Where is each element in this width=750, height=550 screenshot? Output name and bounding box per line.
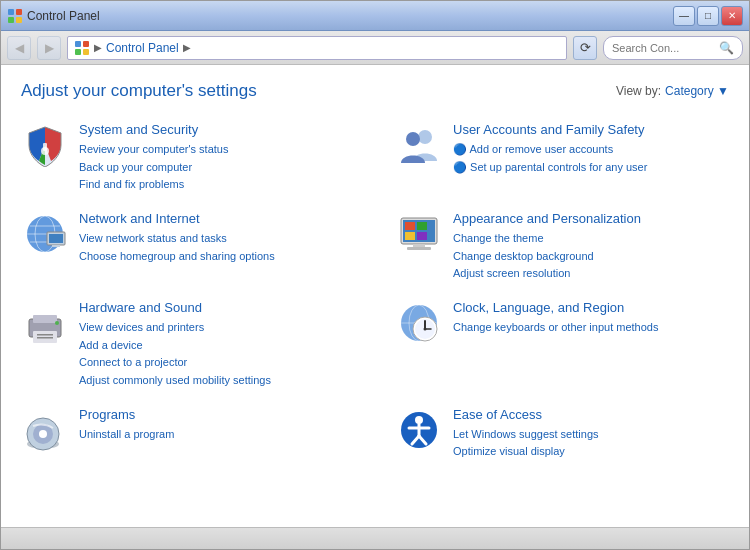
category-network: Network and Internet View network status…: [21, 210, 355, 283]
svg-rect-26: [413, 244, 425, 247]
search-box: 🔍: [603, 36, 743, 60]
system-security-title[interactable]: System and Security: [79, 121, 355, 139]
programs-content: Programs Uninstall a program: [79, 406, 355, 444]
category-programs: Programs Uninstall a program: [21, 406, 355, 461]
breadcrumb-separator: ▶: [94, 42, 102, 53]
svg-rect-5: [83, 41, 89, 47]
window-controls: — □ ✕: [673, 6, 743, 26]
programs-title[interactable]: Programs: [79, 406, 355, 424]
svg-rect-3: [16, 17, 22, 23]
svg-point-11: [406, 132, 420, 146]
svg-rect-4: [75, 41, 81, 47]
view-by-label: View by:: [616, 84, 661, 98]
network-content: Network and Internet View network status…: [79, 210, 355, 265]
breadcrumb: ▶ Control Panel ▶: [67, 36, 567, 60]
page-header: Adjust your computer's settings View by:…: [21, 81, 729, 101]
network-icon: [21, 210, 69, 258]
hardware-link-0[interactable]: View devices and printers: [79, 319, 355, 337]
svg-rect-9: [43, 143, 47, 151]
main-window: Control Panel — □ ✕ ◀ ▶ ▶ Control Panel …: [0, 0, 750, 550]
forward-button[interactable]: ▶: [37, 36, 61, 60]
ease-of-access-link-1[interactable]: Optimize visual display: [453, 443, 729, 461]
appearance-title[interactable]: Appearance and Personalization: [453, 210, 729, 228]
ease-of-access-icon: [395, 406, 443, 454]
breadcrumb-home-icon: [74, 40, 90, 56]
network-links: View network status and tasks Choose hom…: [79, 230, 355, 265]
svg-rect-18: [49, 234, 63, 243]
breadcrumb-end-arrow: ▶: [183, 42, 191, 53]
ease-of-access-links: Let Windows suggest settings Optimize vi…: [453, 426, 729, 461]
clock-link-0[interactable]: Change keyboards or other input methods: [453, 319, 729, 337]
system-security-link-2[interactable]: Find and fix problems: [79, 176, 355, 194]
system-security-link-0[interactable]: Review your computer's status: [79, 141, 355, 159]
ease-of-access-link-0[interactable]: Let Windows suggest settings: [453, 426, 729, 444]
system-security-links: Review your computer's status Back up yo…: [79, 141, 355, 194]
back-button[interactable]: ◀: [7, 36, 31, 60]
clock-links: Change keyboards or other input methods: [453, 319, 729, 337]
hardware-title[interactable]: Hardware and Sound: [79, 299, 355, 317]
refresh-button[interactable]: ⟳: [573, 36, 597, 60]
appearance-link-1[interactable]: Change desktop background: [453, 248, 729, 266]
appearance-content: Appearance and Personalization Change th…: [453, 210, 729, 283]
svg-rect-31: [37, 334, 53, 336]
user-accounts-link-0[interactable]: 🔵 Add or remove user accounts: [453, 141, 729, 159]
user-accounts-link-1[interactable]: 🔵 Set up parental controls for any user: [453, 159, 729, 177]
close-button[interactable]: ✕: [721, 6, 743, 26]
programs-icon: [21, 406, 69, 454]
system-security-content: System and Security Review your computer…: [79, 121, 355, 194]
programs-links: Uninstall a program: [79, 426, 355, 444]
hardware-link-3[interactable]: Adjust commonly used mobility settings: [79, 372, 355, 390]
category-appearance: Appearance and Personalization Change th…: [395, 210, 729, 283]
clock-icon: [395, 299, 443, 347]
user-accounts-links: 🔵 Add or remove user accounts 🔵 Set up p…: [453, 141, 729, 176]
user-accounts-title[interactable]: User Accounts and Family Safety: [453, 121, 729, 139]
clock-title[interactable]: Clock, Language, and Region: [453, 299, 729, 317]
hardware-links: View devices and printers Add a device C…: [79, 319, 355, 389]
title-bar: Control Panel — □ ✕: [1, 1, 749, 31]
svg-rect-25: [417, 232, 427, 240]
system-security-link-1[interactable]: Back up your computer: [79, 159, 355, 177]
category-user-accounts: User Accounts and Family Safety 🔵 Add or…: [395, 121, 729, 194]
title-bar-title: Control Panel: [27, 9, 100, 23]
user-accounts-content: User Accounts and Family Safety 🔵 Add or…: [453, 121, 729, 176]
category-clock: Clock, Language, and Region Change keybo…: [395, 299, 729, 390]
svg-rect-6: [75, 49, 81, 55]
category-system-security: System and Security Review your computer…: [21, 121, 355, 194]
maximize-button[interactable]: □: [697, 6, 719, 26]
categories-grid: System and Security Review your computer…: [21, 121, 729, 461]
minimize-button[interactable]: —: [673, 6, 695, 26]
svg-rect-29: [33, 315, 57, 323]
category-hardware: Hardware and Sound View devices and prin…: [21, 299, 355, 390]
user-accounts-icon: [395, 121, 443, 169]
ease-of-access-title[interactable]: Ease of Access: [453, 406, 729, 424]
content-area: Adjust your computer's settings View by:…: [1, 65, 749, 527]
title-bar-left: Control Panel: [7, 8, 673, 24]
network-link-0[interactable]: View network status and tasks: [79, 230, 355, 248]
search-icon[interactable]: 🔍: [719, 41, 734, 55]
control-panel-icon: [7, 8, 23, 24]
svg-rect-27: [407, 247, 431, 250]
search-input[interactable]: [612, 42, 715, 54]
programs-link-0[interactable]: Uninstall a program: [79, 426, 355, 444]
view-by-dropdown[interactable]: Category ▼: [665, 84, 729, 98]
appearance-links: Change the theme Change desktop backgrou…: [453, 230, 729, 283]
hardware-content: Hardware and Sound View devices and prin…: [79, 299, 355, 390]
network-link-1[interactable]: Choose homegroup and sharing options: [79, 248, 355, 266]
address-bar: ◀ ▶ ▶ Control Panel ▶ ⟳ 🔍: [1, 31, 749, 65]
hardware-icon: [21, 299, 69, 347]
category-ease-of-access: Ease of Access Let Windows suggest setti…: [395, 406, 729, 461]
hardware-link-1[interactable]: Add a device: [79, 337, 355, 355]
svg-point-10: [418, 130, 432, 144]
svg-rect-1: [16, 9, 22, 15]
svg-point-45: [39, 430, 47, 438]
svg-rect-22: [405, 222, 415, 230]
appearance-link-2[interactable]: Adjust screen resolution: [453, 265, 729, 283]
status-bar: [1, 527, 749, 549]
appearance-icon: [395, 210, 443, 258]
hardware-link-2[interactable]: Connect to a projector: [79, 354, 355, 372]
breadcrumb-control-panel[interactable]: Control Panel: [106, 41, 179, 55]
svg-rect-19: [52, 245, 60, 247]
appearance-link-0[interactable]: Change the theme: [453, 230, 729, 248]
network-title[interactable]: Network and Internet: [79, 210, 355, 228]
page-title: Adjust your computer's settings: [21, 81, 257, 101]
